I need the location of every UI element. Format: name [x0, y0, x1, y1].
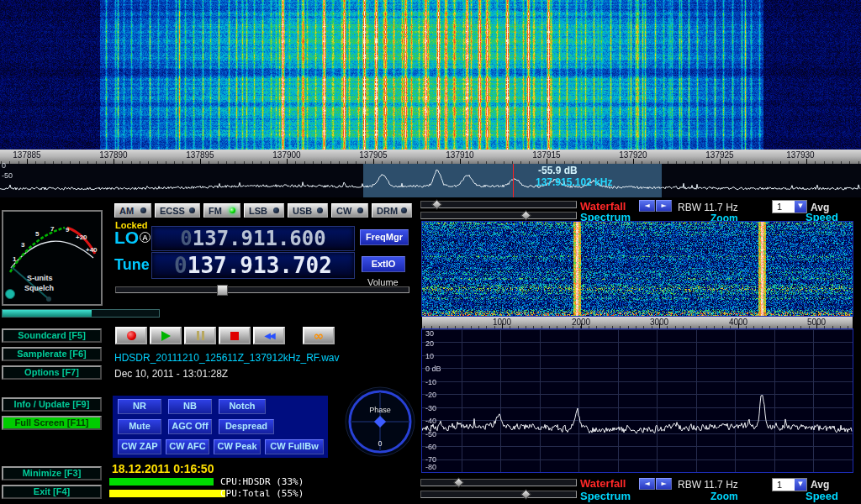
- spectrum-slider-1-thumb[interactable]: [520, 210, 531, 221]
- mode-label: FM: [209, 206, 222, 216]
- lo-display[interactable]: 0137.911.600: [151, 226, 355, 251]
- squelch-slider[interactable]: [2, 309, 160, 318]
- extio-button[interactable]: ExtIO: [362, 256, 405, 272]
- phase-label: Phase: [369, 406, 391, 414]
- db-axis-label: -30: [425, 404, 436, 412]
- mode-button-usb[interactable]: USB: [288, 203, 328, 218]
- volume-slider-thumb[interactable]: [217, 285, 228, 296]
- clock: 18.12.2011 0:16:50: [112, 462, 214, 475]
- rf-frequency-scale[interactable]: 1000 2000 3000 4000 5000: [422, 317, 853, 328]
- file-name: HDSDR_20111210_125611Z_137912kHz_RF.wav: [114, 352, 340, 364]
- nb-button[interactable]: NB: [168, 399, 212, 414]
- s-meter-hub: [46, 297, 51, 302]
- rf-tick-label: 5000: [807, 318, 826, 327]
- phase-dial[interactable]: Phase 0: [343, 385, 417, 459]
- ecss-led-icon: [189, 207, 195, 213]
- tune-value: 137.913.702: [188, 253, 332, 278]
- squelch-slider-fill: [3, 310, 92, 317]
- mode-label: CW: [336, 206, 351, 216]
- db-axis-label: -60: [425, 443, 436, 451]
- rbw-decrease-button-bottom[interactable]: ◄: [639, 478, 655, 490]
- squelch-label: Squelch: [24, 284, 54, 292]
- avg-select[interactable]: 1▼: [772, 200, 807, 213]
- loop-icon: ∞: [314, 328, 325, 344]
- mode-button-am[interactable]: AM: [114, 203, 151, 218]
- cw-zap-button[interactable]: CW ZAP: [118, 439, 161, 454]
- drm-led-icon: [401, 207, 407, 213]
- options-button[interactable]: Options [F7]: [2, 365, 102, 380]
- mode-label: LSB: [249, 206, 267, 216]
- rbw-increase-button[interactable]: ►: [656, 200, 672, 212]
- rbw-increase-button-bottom[interactable]: ►: [656, 478, 672, 490]
- notch-button[interactable]: Notch: [219, 399, 266, 414]
- rf-waterfall-canvas: [422, 222, 853, 316]
- mode-button-ecss[interactable]: ECSS: [155, 203, 200, 218]
- cpu-hdsdr-bar: [109, 478, 214, 486]
- rbw-decrease-button[interactable]: ◄: [639, 200, 655, 212]
- freq-tick-label: 137890: [99, 150, 127, 160]
- avg-select-value: 1: [777, 202, 782, 212]
- waterfall-slider-2[interactable]: [420, 479, 577, 486]
- mute-button[interactable]: Mute: [118, 419, 161, 434]
- play-button[interactable]: [150, 327, 182, 344]
- cursor-freq-readout: 137.915.102 kHz: [536, 176, 612, 188]
- mode-button-lsb[interactable]: LSB: [244, 203, 284, 218]
- db-axis-label: 20: [425, 339, 434, 348]
- squelch-knob[interactable]: [6, 290, 15, 299]
- spectrum-slider-2-thumb[interactable]: [520, 489, 531, 500]
- spectrum-label-bottom: Spectrum: [580, 490, 631, 502]
- cpu-total-label: CPU:Total (55%): [220, 488, 304, 499]
- lo-a-badge[interactable]: A: [140, 232, 151, 243]
- waterfall-slider-1[interactable]: [420, 201, 577, 208]
- volume-slider[interactable]: [115, 286, 409, 293]
- cw-afc-button[interactable]: CW AFC: [166, 439, 209, 454]
- soundcard-button[interactable]: Soundcard [F5]: [2, 328, 102, 343]
- db-axis-label: 10: [425, 352, 434, 360]
- rewind-button[interactable]: ◀◀: [253, 327, 285, 344]
- dropdown-arrow-icon[interactable]: ▼: [795, 201, 806, 213]
- stop-button[interactable]: [219, 327, 251, 344]
- agc-off-button[interactable]: AGC Off: [168, 419, 212, 434]
- play-icon: [161, 331, 171, 341]
- mini-spectrum-axis-mid: -50: [2, 171, 13, 180]
- rf-tick-label: 3000: [650, 318, 668, 327]
- spectrum-slider-2[interactable]: [420, 491, 577, 498]
- info-update-button[interactable]: Info / Update [F9]: [2, 397, 102, 412]
- rf-waterfall[interactable]: [422, 222, 853, 316]
- cw-peak-button[interactable]: CW Peak: [214, 439, 261, 454]
- waterfall-slider-1-thumb[interactable]: [431, 199, 442, 210]
- freq-tick-label: 137900: [272, 150, 300, 160]
- loop-button[interactable]: ∞: [303, 327, 335, 344]
- nr-button[interactable]: NR: [118, 399, 161, 414]
- mode-button-cw[interactable]: CW: [331, 203, 368, 218]
- rf-spectrum[interactable]: 30 20 10 0 dB -10 -20 -30 -40 -50 -60 -7…: [422, 329, 853, 472]
- tune-display[interactable]: 0137.913.702: [151, 252, 355, 279]
- avg-select-bottom[interactable]: 1▼: [772, 478, 807, 491]
- rf-tick-label: 1000: [493, 318, 511, 327]
- despread-button[interactable]: Despread: [219, 419, 274, 434]
- waterfall-slider-2-thumb[interactable]: [453, 477, 464, 488]
- cw-fullbw-button[interactable]: CW FullBw: [265, 439, 324, 454]
- s-meter-tick: +20: [76, 234, 87, 241]
- freqmgr-button[interactable]: FreqMgr: [360, 229, 409, 245]
- file-timestamp: Dec 10, 2011 - 13:01:28Z: [114, 368, 228, 380]
- frequency-scale[interactable]: 137885 137890 137895 137900 137905 13791…: [0, 150, 861, 164]
- mini-spectrum[interactable]: 0 -50 -55.9 dB 137.915.102 kHz: [0, 164, 861, 197]
- full-screen-button[interactable]: Full Screen [F11]: [2, 416, 102, 430]
- samplerate-button[interactable]: Samplerate [F6]: [2, 347, 102, 361]
- exit-button[interactable]: Exit [F4]: [2, 485, 102, 499]
- spectrum-slider-1[interactable]: [420, 212, 577, 219]
- fm-led-icon: [230, 207, 235, 213]
- pause-button[interactable]: [184, 327, 216, 344]
- minimize-button[interactable]: Minimize [F3]: [2, 466, 102, 480]
- rf-spectrum-canvas: [422, 329, 853, 472]
- s-meter[interactable]: 1 3 5 7 9 +20 +40 S-units Squelch: [2, 210, 103, 306]
- mode-button-fm[interactable]: FM: [203, 203, 240, 218]
- mode-button-drm[interactable]: DRM: [372, 203, 412, 218]
- db-axis-label: -80: [425, 463, 436, 471]
- main-waterfall[interactable]: [0, 0, 861, 150]
- cpu-hdsdr-label: CPU:HDSDR (33%): [220, 476, 304, 487]
- waterfall-label-bottom: Waterfall: [580, 477, 626, 490]
- dropdown-arrow-icon[interactable]: ▼: [795, 479, 806, 491]
- record-button[interactable]: [115, 327, 147, 344]
